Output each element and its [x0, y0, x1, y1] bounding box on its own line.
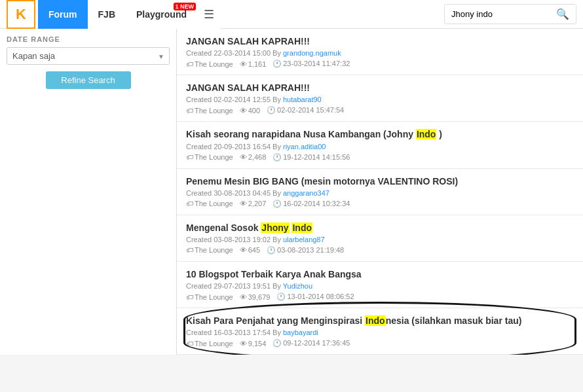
result-tags: The Lounge 2,468 19-12-2014 14:15:56: [186, 153, 574, 162]
result-title: Mengenal Sosok Jhony Indo: [186, 222, 574, 234]
last-activity: 03-08-2013 21:19:48: [267, 246, 344, 255]
header: K Forum FJB Playground 1 NEW ☰ 🔍: [0, 0, 583, 29]
author-link[interactable]: ularbelang87: [283, 236, 325, 243]
highlight-jhony: Jhony: [261, 223, 289, 233]
view-count: 1,161: [240, 60, 267, 68]
tag-label: The Lounge: [186, 246, 233, 254]
tag-label: The Lounge: [186, 153, 233, 161]
sidebar: DATE RANGE Kapan saja Hari ini Minggu in…: [0, 29, 177, 355]
result-title-link[interactable]: Kisah seorang narapidana Nusa Kambangan …: [186, 129, 442, 139]
logo[interactable]: K: [7, 0, 35, 29]
result-meta: Created 29-07-2013 19:51 By Yudizhou: [186, 282, 574, 290]
result-title: JANGAN SALAH KAPRAH!!!: [186, 35, 574, 47]
result-meta: Created 20-09-2013 16:54 By riyan.aditia…: [186, 143, 574, 151]
highlight-indo: Indo: [292, 223, 312, 233]
author-link[interactable]: baybayardi: [283, 329, 318, 336]
result-title-link[interactable]: Kisah Para Penjahat yang Menginspirasi I…: [186, 315, 521, 326]
result-meta: Created 22-03-2014 15:00 By grandong.nga…: [186, 49, 574, 57]
result-tags: The Lounge 400 02-02-2014 15:47:54: [186, 106, 574, 115]
last-activity: 16-02-2014 10:32:34: [273, 200, 350, 208]
search-input[interactable]: [445, 6, 550, 22]
result-tags: The Lounge 9,154 09-12-2014 17:36:45: [186, 339, 574, 347]
result-title-link[interactable]: 10 Blogspot Terbaik Karya Anak Bangsa: [186, 269, 362, 279]
results-list: JANGAN SALAH KAPRAH!!! Created 22-03-201…: [177, 29, 583, 355]
result-meta: Created 02-02-2014 12:55 By hutabarat90: [186, 96, 574, 103]
table-row: Kisah seorang narapidana Nusa Kambangan …: [177, 122, 583, 168]
result-title: JANGAN SALAH KAPRAH!!!: [186, 82, 574, 94]
menu-button[interactable]: ☰: [197, 0, 221, 29]
table-row: Penemu Mesin BIG BANG (mesin motornya VA…: [177, 169, 583, 215]
logo-letter: K: [16, 6, 26, 23]
result-title: Kisah seorang narapidana Nusa Kambangan …: [186, 128, 574, 140]
date-range-select-wrap: Kapan saja Hari ini Minggu ini Bulan ini…: [7, 47, 170, 65]
result-tags: The Lounge 39,679 13-01-2014 08:06:52: [186, 293, 574, 301]
author-link[interactable]: hutabarat90: [283, 96, 322, 103]
date-range-label: DATE RANGE: [7, 35, 170, 43]
last-activity: 13-01-2014 08:06:52: [276, 293, 354, 301]
result-tags: The Lounge 2,207 16-02-2014 10:32:34: [186, 200, 574, 208]
table-row-circled: Kisah Para Penjahat yang Menginspirasi I…: [177, 308, 583, 355]
tag-label: The Lounge: [186, 293, 233, 301]
tag-label: The Lounge: [186, 200, 233, 207]
highlight: Indo: [416, 129, 437, 139]
result-tags: The Lounge 1,161 23-03-2014 11:47:32: [186, 60, 574, 68]
main-layout: DATE RANGE Kapan saja Hari ini Minggu in…: [0, 29, 583, 355]
nav-fjb-button[interactable]: FJB: [88, 0, 126, 29]
last-activity: 19-12-2014 14:15:56: [273, 153, 350, 162]
last-activity: 23-03-2014 11:47:32: [273, 60, 350, 68]
author-link[interactable]: Yudizhou: [283, 282, 312, 290]
result-title-link[interactable]: JANGAN SALAH KAPRAH!!!: [186, 82, 310, 93]
result-meta: Created 03-08-2013 19:02 By ularbelang87: [186, 236, 574, 243]
result-title-link[interactable]: JANGAN SALAH KAPRAH!!!: [186, 36, 310, 46]
nav-forum-button[interactable]: Forum: [38, 0, 88, 29]
author-link[interactable]: anggarano347: [283, 189, 329, 197]
refine-search-button[interactable]: Refine Search: [46, 71, 131, 89]
nav-playground-button[interactable]: Playground 1 NEW: [126, 0, 197, 29]
view-count: 400: [240, 107, 260, 115]
search-button[interactable]: 🔍: [550, 5, 576, 24]
result-title-link[interactable]: Mengenal Sosok Jhony Indo: [186, 223, 312, 233]
author-link[interactable]: grandong.ngamuk: [283, 49, 341, 57]
last-activity: 02-02-2014 15:47:54: [267, 106, 344, 115]
tag-label: The Lounge: [186, 107, 233, 115]
result-title: Penemu Mesin BIG BANG (mesin motornya VA…: [186, 175, 574, 187]
table-row: JANGAN SALAH KAPRAH!!! Created 02-02-201…: [177, 75, 583, 122]
last-activity: 09-12-2014 17:36:45: [273, 339, 350, 347]
view-count: 39,679: [240, 293, 271, 301]
table-row: JANGAN SALAH KAPRAH!!! Created 22-03-201…: [177, 29, 583, 75]
view-count: 645: [240, 246, 260, 254]
result-title-link[interactable]: Penemu Mesin BIG BANG (mesin motornya VA…: [186, 176, 458, 187]
result-meta: Created 30-08-2013 04:45 By anggarano347: [186, 189, 574, 197]
search-box: 🔍: [444, 4, 576, 24]
new-badge: 1 NEW: [174, 3, 197, 10]
result-title: Kisah Para Penjahat yang Menginspirasi I…: [186, 315, 574, 327]
author-link[interactable]: riyan.aditia00: [283, 143, 326, 151]
result-meta: Created 16-03-2013 17:54 By baybayardi: [186, 329, 574, 336]
table-row: Mengenal Sosok Jhony Indo Created 03-08-…: [177, 215, 583, 262]
view-count: 2,207: [240, 200, 267, 207]
view-count: 9,154: [240, 340, 267, 347]
highlight-indo: Indo: [365, 315, 386, 326]
tag-label: The Lounge: [186, 60, 233, 68]
tag-label: The Lounge: [186, 340, 233, 347]
date-range-select[interactable]: Kapan saja Hari ini Minggu ini Bulan ini: [7, 47, 170, 65]
view-count: 2,468: [240, 153, 267, 161]
table-row: 10 Blogspot Terbaik Karya Anak Bangsa Cr…: [177, 262, 583, 308]
result-tags: The Lounge 645 03-08-2013 21:19:48: [186, 246, 574, 255]
result-title: 10 Blogspot Terbaik Karya Anak Bangsa: [186, 268, 574, 280]
